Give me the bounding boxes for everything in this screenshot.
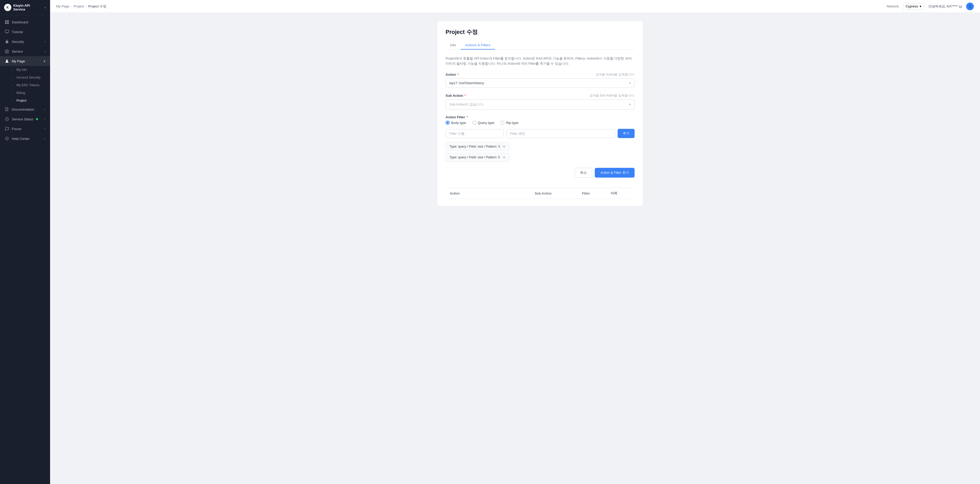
- action-filter-form-group: Action Filter * Body type Query type Rip…: [445, 115, 635, 162]
- chevron-right-icon: ›: [45, 40, 45, 43]
- sidebar-subitem-myinfo[interactable]: My Info: [0, 66, 50, 74]
- col-delete: 삭제: [606, 188, 635, 199]
- cancel-button[interactable]: 취소: [575, 168, 592, 178]
- sidebar-item-help-center[interactable]: Help Center ↗: [0, 134, 50, 143]
- action-filter-label-row: Action Filter *: [445, 115, 635, 119]
- sidebar-item-service[interactable]: Service ›: [0, 46, 50, 56]
- status-dot: [36, 118, 38, 120]
- lock-icon: [5, 39, 9, 44]
- sidebar-item-tutorial[interactable]: Tutorial: [0, 27, 50, 37]
- network-value: Cypress: [906, 4, 918, 8]
- svg-rect-4: [5, 30, 9, 33]
- svg-rect-0: [5, 20, 7, 22]
- sidebar-item-documentation[interactable]: Documentation ↗: [0, 105, 50, 114]
- user-avatar[interactable]: 👤: [966, 3, 974, 10]
- grid-icon: [5, 20, 9, 24]
- external-link-icon-status: ↗: [43, 118, 45, 121]
- tab-info[interactable]: Info: [445, 41, 461, 49]
- table-header-row: Action Sub Action Filter 삭제: [445, 188, 635, 199]
- tab-actions-filters[interactable]: Actions & Filters: [461, 41, 495, 49]
- radio-rip-label: Rip type: [506, 121, 518, 125]
- filter-tag-2-text: Type: query / Field: size / Pattern: 5: [449, 156, 500, 159]
- forum-icon: [5, 127, 9, 131]
- chevron-right-icon-service: ›: [45, 50, 45, 53]
- sidebar-item-mypage[interactable]: My Page ∨: [0, 56, 50, 66]
- table-section: Action Sub Action Filter 삭제: [445, 188, 635, 199]
- sidebar-collapse-button[interactable]: ‹: [45, 5, 46, 10]
- breadcrumb-current: Project 수정: [88, 4, 106, 9]
- add-filter-button[interactable]: 추가: [618, 129, 635, 138]
- documentation-icon: [5, 107, 9, 112]
- page-title: Project 수정: [445, 28, 635, 36]
- external-link-icon: ↗: [43, 108, 45, 111]
- sidebar-item-security[interactable]: Security ›: [0, 37, 50, 46]
- action-value: kip17::GetTokenHistory: [449, 81, 484, 85]
- sub-action-label: Sub Action *: [445, 94, 466, 97]
- sidebar-subitem-account-security[interactable]: Account Security: [0, 74, 50, 81]
- filter-tag-1-text: Type: query / Field: size / Pattern: 3: [449, 145, 500, 148]
- sidebar-item-help-center-label: Help Center: [12, 137, 30, 141]
- sidebar-item-service-status[interactable]: Service Status ↗: [0, 114, 50, 124]
- filter-tag-1-close[interactable]: ✕: [503, 144, 506, 149]
- sidebar-logo: K Klaytn API Service ‹: [0, 0, 50, 15]
- svg-rect-3: [7, 22, 9, 24]
- action-hint: 검색할 Action을 입력합니다.: [596, 72, 635, 77]
- sidebar-nav: Dashboard Tutorial Security › Service ›: [0, 15, 50, 484]
- breadcrumb-mypage[interactable]: My Page: [56, 4, 69, 8]
- external-link-icon-help: ↗: [43, 137, 45, 140]
- radio-circle-rip: [500, 121, 504, 125]
- filter-required: *: [466, 115, 468, 119]
- filter-pattern-input[interactable]: [506, 129, 615, 138]
- breadcrumb: My Page › Project › Project 수정: [56, 4, 106, 9]
- filter-tag-1: Type: query / Field: size / Pattern: 3 ✕: [445, 142, 509, 151]
- action-form-group: Action * 검색할 Action을 입력합니다. kip17::GetTo…: [445, 72, 635, 88]
- action-label: Action *: [445, 73, 459, 76]
- radio-rip-type[interactable]: Rip type: [500, 121, 518, 125]
- network-select[interactable]: Cypress ▾: [903, 3, 924, 10]
- sub-action-form-group: Sub Action * 검색할 Sub Action을 입력합니다. Sub …: [445, 94, 635, 109]
- filter-tag-2-close[interactable]: ✕: [503, 155, 506, 159]
- submit-button[interactable]: Action & Filter 추가: [595, 168, 635, 178]
- col-subaction: Sub Action: [531, 188, 578, 199]
- sidebar-item-mypage-label: My Page: [12, 59, 25, 63]
- action-select[interactable]: kip17::GetTokenHistory ▾: [445, 78, 635, 88]
- radio-circle-body: [445, 121, 450, 125]
- sidebar-item-forum[interactable]: Forum ↗: [0, 124, 50, 134]
- sidebar-subitem-erc-tokens[interactable]: My ERC Tokens: [0, 81, 50, 89]
- action-label-row: Action * 검색할 Action을 입력합니다.: [445, 72, 635, 77]
- help-icon: [5, 136, 9, 141]
- filter-tag-2: Type: query / Field: size / Pattern: 5 ✕: [445, 153, 509, 162]
- chevron-down-icon-sub-action: ▾: [629, 103, 631, 106]
- radio-query-type[interactable]: Query type: [472, 121, 494, 125]
- chevron-down-icon-mypage: ∨: [43, 60, 45, 63]
- filter-tags: Type: query / Field: size / Pattern: 3 ✕…: [445, 142, 635, 162]
- status-icon: [5, 117, 9, 121]
- sidebar-item-dashboard[interactable]: Dashboard: [0, 17, 50, 27]
- chevron-down-icon-action: ▾: [629, 81, 631, 85]
- chevron-down-icon-network: ▾: [920, 4, 921, 8]
- breadcrumb-sep-1: ›: [71, 4, 72, 8]
- external-link-icon-forum: ↗: [43, 127, 45, 130]
- filter-name-input[interactable]: [445, 129, 504, 138]
- sidebar-item-documentation-label: Documentation: [12, 108, 34, 111]
- svg-rect-2: [5, 22, 7, 24]
- sidebar-subitem-project[interactable]: Project: [0, 97, 50, 105]
- breadcrumb-project[interactable]: Project: [74, 4, 84, 8]
- sidebar-item-security-label: Security: [12, 40, 24, 44]
- sub-action-placeholder: Sub Action이 없습니다.: [449, 102, 484, 107]
- svg-rect-1: [7, 20, 9, 22]
- action-filter-label: Action Filter *: [445, 115, 468, 119]
- col-filter: Filter: [578, 188, 606, 199]
- sidebar-item-service-status-label: Service Status: [12, 117, 33, 121]
- radio-body-type[interactable]: Body type: [445, 121, 466, 125]
- sub-action-required: *: [463, 94, 466, 97]
- mypage-subitems: My Info Account Security My ERC Tokens B…: [0, 66, 50, 105]
- sidebar-item-forum-label: Forum: [12, 127, 22, 131]
- sidebar-subitem-billing[interactable]: Billing: [0, 89, 50, 97]
- project-card: Project 수정 Info Actions & Filters Projec…: [438, 21, 643, 206]
- sub-action-select[interactable]: Sub Action이 없습니다. ▾: [445, 99, 635, 109]
- form-actions: 취소 Action & Filter 추가: [445, 168, 635, 178]
- filter-type-radio-group: Body type Query type Rip type: [445, 121, 635, 125]
- table-header: Action Sub Action Filter 삭제: [445, 188, 635, 199]
- sub-action-label-row: Sub Action * 검색할 Sub Action을 입력합니다.: [445, 94, 635, 98]
